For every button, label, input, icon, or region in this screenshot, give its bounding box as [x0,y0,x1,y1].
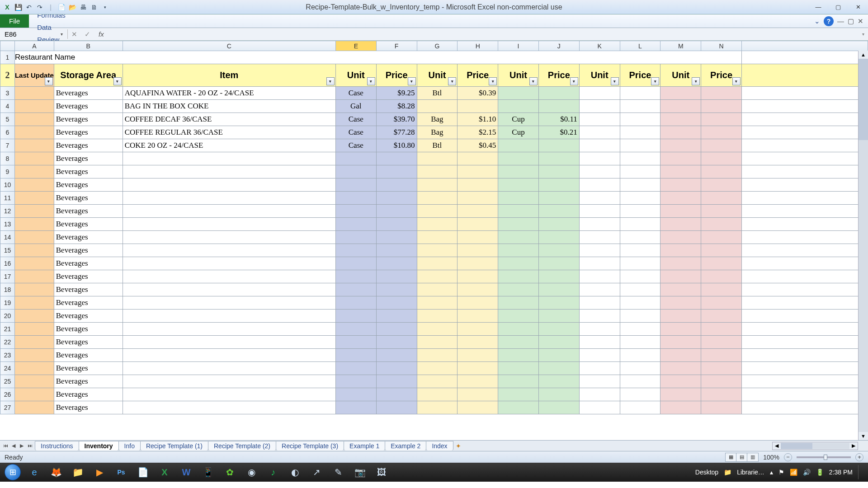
cell-tail[interactable] [741,100,868,113]
cell-price-2[interactable] [458,152,498,165]
cell-price-1[interactable] [376,257,417,270]
cell-unit-2[interactable] [417,296,458,310]
filter-icon[interactable]: ▾ [692,77,700,85]
cell-price-4[interactable] [620,178,660,192]
tray-battery-icon[interactable]: 🔋 [816,469,824,476]
cell-price-2[interactable] [458,218,498,231]
sheet-tab-info[interactable]: Info [118,441,141,450]
cell-unit-4[interactable] [579,401,620,414]
cell-unit-2[interactable] [417,388,458,401]
cell-price-1[interactable] [376,218,417,231]
header-item[interactable]: Item▾ [123,64,335,87]
header-price-9[interactable]: Price▾ [701,64,742,87]
cell-price-2[interactable]: $0.39 [458,87,498,100]
cell-unit-3[interactable] [498,257,539,270]
cell[interactable] [14,244,54,257]
cell-unit-4[interactable] [579,126,620,139]
open-icon[interactable]: 📂 [68,3,77,12]
cell-unit-3[interactable] [498,231,539,244]
cell-unit-5[interactable] [660,244,701,257]
cell-unit-3[interactable] [498,165,539,178]
cell-price-1[interactable] [376,270,417,283]
print-icon[interactable]: 🖶 [79,3,88,12]
cell-price-5[interactable] [701,349,742,362]
table-row[interactable]: 5BeveragesCOFFEE DECAF 36/CASECase$39.70… [0,113,868,126]
cell-unit-5[interactable] [660,362,701,375]
cell-price-3[interactable]: $0.11 [538,113,579,126]
cell-unit-4[interactable] [579,244,620,257]
cell-item[interactable] [123,323,335,336]
cell-price-3[interactable] [538,178,579,192]
app-icon-6[interactable]: 🖼 [371,464,392,481]
cell-price-3[interactable] [538,244,579,257]
cell[interactable] [14,283,54,296]
select-all-corner[interactable] [0,41,15,51]
table-row[interactable]: 23Beverages [0,349,868,362]
cell-price-4[interactable] [620,401,660,414]
row-header-18[interactable]: 18 [0,283,15,296]
cell-tail[interactable] [741,257,868,270]
cell-unit-4[interactable] [579,113,620,126]
cell-price-4[interactable] [620,87,660,100]
cell-unit-1[interactable] [335,152,376,165]
cell-unit-5[interactable] [660,87,701,100]
cell-unit-3[interactable] [498,192,539,205]
cell-unit-5[interactable] [660,375,701,388]
cell-price-5[interactable] [701,178,742,192]
col-header-M[interactable]: M [660,41,701,51]
cell-unit-2[interactable] [417,152,458,165]
cell-price-4[interactable] [620,336,660,349]
cell-unit-2[interactable] [417,218,458,231]
col-header-H[interactable]: H [458,41,498,51]
cell-storage[interactable]: Beverages [54,205,123,218]
cell-unit-1[interactable] [335,388,376,401]
row-header-3[interactable]: 3 [0,87,15,100]
cell-unit-3[interactable] [498,244,539,257]
cell-item[interactable]: BAG IN THE BOX COKE [123,100,335,113]
cell-tail[interactable] [741,310,868,323]
cell-price-1[interactable] [376,323,417,336]
col-header-E[interactable]: E [335,41,376,51]
tab-prev-icon[interactable]: ◀ [10,443,17,449]
cell-price-5[interactable] [701,218,742,231]
row-header-20[interactable]: 20 [0,310,15,323]
vertical-scrollbar[interactable]: ▲ ▼ [858,51,868,440]
cell-price-4[interactable] [620,375,660,388]
sheet-tab-recipe-template-2-[interactable]: Recipe Template (2) [208,441,276,450]
col-header-A[interactable]: A [14,41,54,51]
header-last-update[interactable]: Last Update▾ [14,64,54,87]
cell-unit-5[interactable] [660,349,701,362]
page-layout-view-icon[interactable]: ▤ [736,453,747,461]
scroll-right-icon[interactable]: ▶ [849,443,858,449]
cell-price-5[interactable] [701,401,742,414]
table-row[interactable]: 19Beverages [0,296,868,310]
cell-price-5[interactable] [701,192,742,205]
cell-item[interactable] [123,205,335,218]
cell-tail[interactable] [741,388,868,401]
cell-price-4[interactable] [620,205,660,218]
cell-tail[interactable] [741,139,868,152]
close-button[interactable]: ✕ [848,1,868,13]
table-row[interactable]: 16Beverages [0,257,868,270]
cell-storage[interactable]: Beverages [54,257,123,270]
new-sheet-icon[interactable]: ✦ [453,442,463,450]
cell[interactable] [14,375,54,388]
cell-storage[interactable]: Beverages [54,375,123,388]
cell[interactable] [14,349,54,362]
spreadsheet-grid[interactable]: ABCEFGHIJKLMN1Restaurant Name2Last Updat… [0,41,868,414]
cell-unit-1[interactable] [335,218,376,231]
cell-price-2[interactable]: $2.15 [458,126,498,139]
app-icon-3[interactable]: ◐ [284,464,306,481]
cell-price-2[interactable] [458,336,498,349]
cell-unit-4[interactable] [579,310,620,323]
table-row[interactable]: 25Beverages [0,375,868,388]
cell-item[interactable] [123,296,335,310]
chrome-icon[interactable]: ◉ [241,464,262,481]
cell-unit-4[interactable] [579,323,620,336]
cell-unit-2[interactable]: Btl [417,139,458,152]
word-icon[interactable]: W [175,464,197,481]
cell-price-5[interactable] [701,113,742,126]
cell-unit-3[interactable] [498,401,539,414]
filter-icon[interactable]: ▾ [570,77,578,85]
cell-item[interactable] [123,362,335,375]
